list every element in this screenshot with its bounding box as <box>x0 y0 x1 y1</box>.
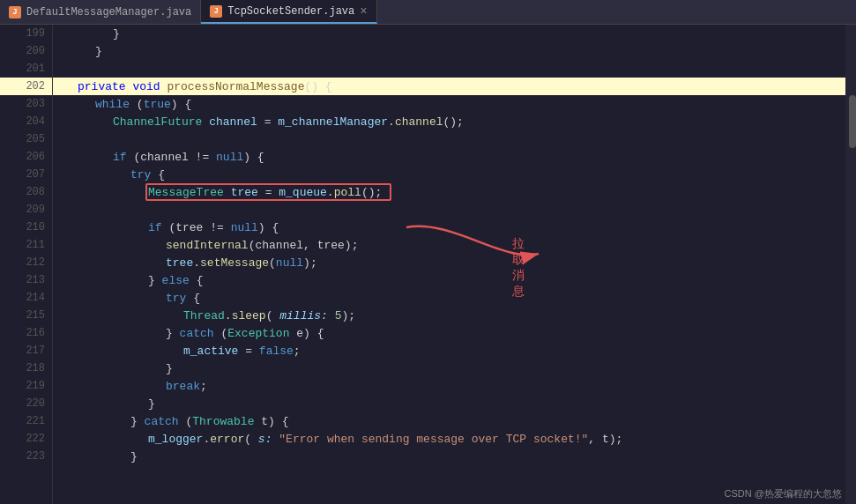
tab-label-2: TcpSocketSender.java <box>227 5 354 18</box>
code-line: m_logger.error( s: "Error when sending m… <box>53 430 845 448</box>
code-line: } <box>53 42 845 60</box>
line-number: 213 <box>0 271 52 289</box>
code-line: m_active = false; <box>53 342 845 359</box>
code-line: } <box>53 359 845 377</box>
line-number: 209 <box>0 201 52 219</box>
line-number: 220 <box>0 395 52 412</box>
code-line: } <box>53 448 845 465</box>
line-number: 221 <box>0 412 52 430</box>
code-line: try { <box>53 166 845 183</box>
code-line: MessageTree tree = m_queue.poll(); <box>53 183 845 201</box>
tab-default-message-manager[interactable]: J DefaultMessageManager.java <box>0 0 201 24</box>
code-line: if (channel != null) { <box>53 148 845 166</box>
code-line <box>53 201 845 219</box>
code-line: while (true) { <box>53 95 845 113</box>
line-number: 223 <box>0 448 52 465</box>
line-number: 199 <box>0 25 52 42</box>
java-file-icon-2: J <box>210 5 222 18</box>
line-number: 210 <box>0 219 52 236</box>
code-line: } else { <box>53 271 845 289</box>
line-number: 212 <box>0 254 52 271</box>
line-number: 211 <box>0 236 52 254</box>
code-line: try { <box>53 289 845 307</box>
tab-tcp-socket-sender[interactable]: J TcpSocketSender.java × <box>201 0 376 24</box>
line-number: 203 <box>0 95 52 113</box>
code-line: } <box>53 25 845 42</box>
line-number: 214 <box>0 289 52 307</box>
line-number: 200 <box>0 42 52 60</box>
line-number: 206 <box>0 148 52 166</box>
line-number: 205 <box>0 130 52 148</box>
line-number: 204 <box>0 113 52 130</box>
line-number: 222 <box>0 430 52 448</box>
line-number: 201 <box>0 60 52 78</box>
watermark: CSDN @热爱编程的大忽悠 <box>725 487 842 500</box>
line-number: 217 <box>0 342 52 359</box>
code-line: private void processNormalMessage() { <box>53 78 845 95</box>
line-number-gutter: 1992002012022032042052062072082092102112… <box>0 25 53 504</box>
line-number: 216 <box>0 324 52 342</box>
code-line <box>53 60 845 78</box>
code-line: ChannelFuture channel = m_channelManager… <box>53 113 845 130</box>
code-line: tree.setMessage(null); <box>53 254 845 271</box>
code-line: } <box>53 395 845 412</box>
line-number: 207 <box>0 166 52 183</box>
vertical-scrollbar[interactable] <box>845 25 856 504</box>
code-line: sendInternal(channel, tree); <box>53 236 845 254</box>
line-number: 208 <box>0 183 52 201</box>
code-line: Thread.sleep( millis: 5); <box>53 307 845 324</box>
tab-bar: J DefaultMessageManager.java J TcpSocket… <box>0 0 856 25</box>
line-number: 202 <box>0 78 52 95</box>
line-number: 218 <box>0 359 52 377</box>
code-line <box>53 130 845 148</box>
tab-label-1: DefaultMessageManager.java <box>26 6 191 19</box>
editor-area: 1992002012022032042052062072082092102112… <box>0 25 856 504</box>
tab-close-button[interactable]: × <box>360 5 367 18</box>
code-line: if (tree != null) { <box>53 219 845 236</box>
java-file-icon: J <box>9 6 21 19</box>
code-line: } catch (Exception e) { <box>53 324 845 342</box>
line-number: 215 <box>0 307 52 324</box>
line-number: 219 <box>0 377 52 395</box>
scrollbar-thumb[interactable] <box>849 95 856 148</box>
code-line: } catch (Throwable t) { <box>53 412 845 430</box>
code-line: break; <box>53 377 845 395</box>
code-area[interactable]: }}private void processNormalMessage() {w… <box>53 25 845 504</box>
